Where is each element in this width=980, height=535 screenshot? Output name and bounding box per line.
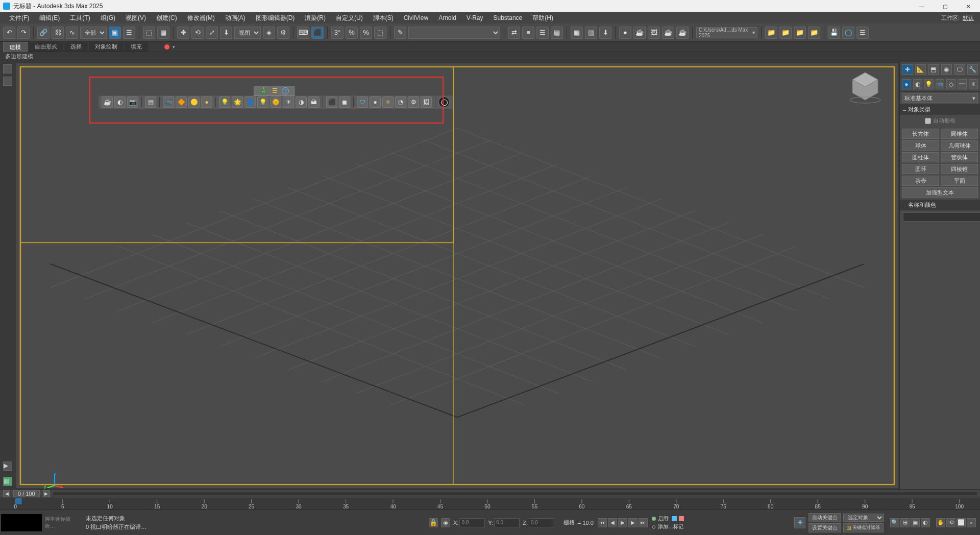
float-sky-icon[interactable]: ☀ — [283, 96, 294, 108]
viewcube[interactable] — [847, 68, 883, 104]
vray-help-button[interactable]: ☰ — [856, 27, 869, 39]
redo-button[interactable]: ↷ — [17, 27, 30, 39]
curve-editor-button[interactable]: ▦ — [571, 27, 583, 39]
y-value[interactable]: 0.0 — [494, 518, 520, 527]
placement-button[interactable]: ⬇ — [220, 27, 232, 39]
prim-box[interactable]: 长方体 — [902, 129, 939, 139]
pan-button[interactable]: ✋ — [936, 518, 945, 527]
autokey-button[interactable]: 自动关键点 — [808, 513, 841, 522]
create-tab[interactable]: ✚ — [902, 64, 913, 75]
vray-save-button[interactable]: 💾 — [828, 27, 840, 39]
hierarchy-tab[interactable]: ⬒ — [928, 64, 939, 75]
link-button[interactable]: 🔗 — [37, 27, 50, 39]
spinner-snap-button[interactable]: % — [360, 27, 372, 39]
project-path[interactable]: C:\Users\Ad…ds Max 2025▾ — [696, 27, 757, 38]
menu-modifiers[interactable]: 修改器(M) — [182, 12, 220, 23]
menu-create[interactable]: 创建(C) — [151, 12, 182, 23]
viewport[interactable]: ☕ ◐ 📷 ▤ 📹 🔶 🟡 ● 💡 🌟 👤 💡 🌞 ☀ ◑ 🏔 ⬛ ◼ 🛡 ● — [16, 63, 898, 488]
unlink-button[interactable]: ⛓ — [52, 27, 64, 39]
select-name-button[interactable]: ☰ — [123, 27, 135, 39]
set-folder-button[interactable]: 📁 — [779, 27, 792, 39]
menu-vray[interactable]: V-Ray — [461, 12, 488, 23]
select-rect-button[interactable]: ⬚ — [143, 27, 155, 39]
gutter-play-button[interactable]: ▶ — [3, 461, 12, 471]
menu-view[interactable]: 视图(V) — [120, 12, 151, 23]
prim-cylinder[interactable]: 圆柱体 — [902, 152, 939, 162]
named-sel-dropdown[interactable] — [408, 27, 500, 39]
tab-objpaint[interactable]: 对象绘制 — [89, 42, 124, 52]
float-teapot-icon[interactable]: ☕ — [102, 96, 113, 108]
key-plus-button[interactable]: ✚ — [794, 517, 805, 528]
keyfilter-button[interactable]: ⚿关键点过滤器 — [843, 523, 884, 532]
gutter-viewport-button[interactable]: ▦ — [3, 477, 12, 486]
render-setup-button[interactable]: ☕ — [633, 27, 646, 39]
window-crossing-button[interactable]: ▦ — [157, 27, 169, 39]
float-light3-icon[interactable]: 👤 — [244, 96, 256, 108]
tip-list-icon[interactable]: ☰ — [271, 87, 279, 95]
addmark-label[interactable]: 添加…标记 — [658, 523, 683, 530]
goto-end-button[interactable]: ⏭ — [639, 518, 648, 527]
menu-civilview[interactable]: CivilView — [399, 12, 433, 23]
prim-geosphere[interactable]: 几何球体 — [941, 140, 978, 151]
min-vp-button[interactable]: ▫ — [967, 518, 976, 527]
tab-select[interactable]: 选择 — [64, 42, 88, 52]
menu-customize[interactable]: 自定义(U) — [331, 12, 368, 23]
slider-prev-button[interactable]: ◀ — [3, 490, 10, 497]
dope-sheet-button[interactable]: ⬇ — [599, 27, 611, 39]
slider-next-button[interactable]: ▶ — [43, 490, 50, 497]
undo-button[interactable]: ↶ — [3, 27, 15, 39]
vray-check-button[interactable]: ◯ — [842, 27, 854, 39]
keyboard-shortcut-button[interactable]: ⌨ — [297, 27, 309, 39]
float-shield-icon[interactable]: 🛡 — [357, 96, 368, 108]
menu-help[interactable]: 帮助(H) — [527, 12, 558, 23]
float-black2-icon[interactable]: ◼ — [339, 96, 350, 108]
time-slider[interactable]: ◀ 0 / 100 ▶ — [0, 489, 980, 498]
schematic-button[interactable]: ▥ — [585, 27, 597, 39]
workspace-value[interactable]: 默认 — [963, 14, 974, 22]
scale-button[interactable]: ⤢ — [206, 27, 218, 39]
tip-help-icon[interactable]: ? — [282, 87, 289, 94]
addmark-icon[interactable]: ◇ — [652, 524, 656, 529]
float-light4-icon[interactable]: 💡 — [257, 96, 268, 108]
edged-faces-button[interactable]: ⬚ — [374, 27, 386, 39]
float-sphere-icon[interactable]: ◐ — [114, 96, 126, 108]
menu-animation[interactable]: 动画(A) — [220, 12, 251, 23]
timeline-ruler[interactable]: 0510152025303540455055606570758085909510… — [0, 498, 980, 509]
keymode-dropdown[interactable]: 选定对象 — [843, 514, 884, 522]
render-prod-button[interactable]: ☕ — [676, 27, 689, 39]
float-camera-icon[interactable]: 📷 — [127, 96, 138, 108]
rollout-name-color[interactable]: 名称和颜色 — [900, 200, 980, 210]
tip-tree-icon[interactable]: 🎄 — [259, 87, 267, 95]
float-moon-icon[interactable]: ◑ — [296, 96, 307, 108]
geometry-button[interactable]: ● — [902, 79, 911, 89]
transform-typein-icon[interactable]: ◈ — [441, 518, 450, 527]
layer-button[interactable]: ☰ — [536, 27, 549, 39]
prim-textplus[interactable]: 加强型文本 — [902, 187, 978, 198]
bind-button[interactable]: ∿ — [66, 27, 78, 39]
systems-button[interactable]: ✳ — [969, 79, 978, 89]
float-image-icon[interactable]: 🖼 — [421, 96, 432, 108]
float-list-icon[interactable]: ▤ — [145, 96, 156, 108]
menu-arnold[interactable]: Arnold — [433, 12, 461, 23]
menu-render[interactable]: 渲染(R) — [300, 12, 331, 23]
cameras-button[interactable]: 📹 — [936, 79, 945, 89]
goto-start-button[interactable]: ⏮ — [598, 518, 607, 527]
menu-group[interactable]: 组(G) — [95, 12, 120, 23]
prim-teapot[interactable]: 茶壶 — [902, 176, 939, 186]
orbit-button[interactable]: ⟲ — [946, 518, 955, 527]
float-black1-icon[interactable]: ⬛ — [326, 96, 337, 108]
setkey-button[interactable]: 设置关键点 — [808, 523, 841, 532]
play-button[interactable]: ▶ — [618, 518, 627, 527]
motion-tab[interactable]: ◉ — [941, 64, 952, 75]
prim-tube[interactable]: 管状体 — [941, 152, 978, 162]
x-value[interactable]: 0.0 — [459, 518, 485, 527]
float-movie-icon[interactable]: 📹 — [163, 96, 174, 108]
spacewarps-button[interactable]: 〰 — [958, 79, 967, 89]
render-frame-button[interactable]: 🖼 — [648, 27, 660, 39]
align-button[interactable]: ≡ — [522, 27, 534, 39]
menu-script[interactable]: 脚本(S) — [368, 12, 399, 23]
z-value[interactable]: 0.0 — [529, 518, 554, 527]
ribbon-chevron-icon[interactable]: ▾ — [173, 44, 175, 50]
prim-torus[interactable]: 圆环 — [902, 164, 939, 174]
utility-tab[interactable]: 🔧 — [967, 64, 978, 75]
